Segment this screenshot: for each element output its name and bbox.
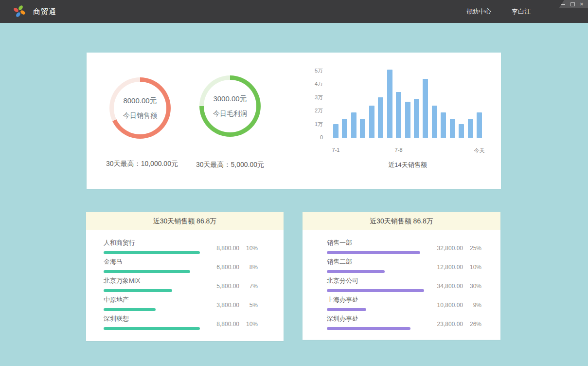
rank-bar-track — [104, 289, 202, 292]
close-icon[interactable]: ✕ — [579, 2, 584, 7]
rank-percent: 5% — [239, 302, 258, 309]
customer-sales-rank-card: 近30天销售额 86.8万 人和商贸行8,800.0010%金海马6,800.0… — [86, 212, 284, 341]
rank-row: 人和商贸行8,800.0010% — [104, 237, 258, 253]
rank-bar — [104, 270, 190, 273]
sales-bar — [369, 106, 374, 138]
rank-row: 销售二部12,800.0010% — [327, 256, 481, 272]
sales-bar — [333, 124, 339, 138]
rank-bar-track — [104, 308, 202, 311]
department-rank-title: 近30天销售额 86.8万 — [303, 212, 500, 230]
customer-rank-list: 人和商贸行8,800.0010%金海马6,800.008%北京万象MIX5,80… — [86, 230, 284, 329]
rank-amount: 5,800.00 — [204, 283, 239, 290]
rank-percent: 26% — [463, 321, 481, 328]
today-sales-value: 8000.00元 — [123, 96, 157, 106]
rank-bar — [104, 308, 156, 311]
sales-bar — [477, 112, 482, 138]
rank-amount: 10,800.00 — [428, 302, 463, 309]
sales-bars — [333, 53, 482, 138]
y-axis-tick: 5万 — [299, 67, 323, 74]
today-profit-label: 今日毛利润 — [213, 110, 247, 118]
department-sales-rank-card: 近30天销售额 86.8万 销售一部32,800.0025%销售二部12,800… — [303, 212, 500, 340]
rank-amount: 6,800.00 — [204, 264, 239, 271]
rank-bar — [327, 270, 385, 273]
rank-percent: 9% — [463, 302, 481, 309]
sales-bar — [450, 119, 455, 138]
rank-row: 中原地产3,800.005% — [104, 294, 258, 310]
rank-percent: 30% — [463, 283, 481, 290]
department-rank-list: 销售一部32,800.0025%销售二部12,800.0010%北京分公司34,… — [303, 230, 500, 329]
rank-row: 销售一部32,800.0025% — [327, 237, 481, 253]
rank-bar-track — [327, 289, 425, 292]
rank-bar — [104, 251, 200, 254]
rank-percent: 10% — [463, 264, 481, 271]
rank-bar-track — [104, 270, 202, 273]
app-logo-pinwheel-icon — [13, 4, 26, 18]
window-controls: ✕ — [559, 0, 588, 8]
overview-card: 8000.00元 今日销售额 30天最高：10,000.00元 3000.00元… — [87, 53, 501, 189]
x-axis-label: 今天 — [465, 147, 494, 154]
today-profit-value: 3000.00元 — [213, 94, 247, 104]
rank-bar-track — [327, 308, 425, 311]
rank-percent: 10% — [239, 321, 258, 328]
sales-bar — [468, 119, 473, 138]
rank-row: 深圳联想8,800.0010% — [104, 313, 258, 329]
rank-amount: 8,800.00 — [204, 321, 239, 328]
rank-row-value: 12,800.0010% — [428, 264, 481, 271]
rank-row-value: 10,800.009% — [428, 302, 481, 309]
rank-bar-track — [327, 251, 425, 254]
x-axis-label: 7-1 — [321, 147, 351, 153]
sales-bar — [414, 99, 419, 138]
maximize-icon[interactable] — [570, 2, 575, 7]
rank-percent: 7% — [239, 283, 258, 290]
sales-bar — [342, 119, 347, 138]
rank-row-value: 32,800.0025% — [428, 245, 481, 252]
sales-bar — [396, 92, 401, 138]
sales-bar — [459, 124, 464, 138]
rank-percent: 8% — [239, 264, 258, 271]
rank-amount: 12,800.00 — [428, 264, 463, 271]
customer-rank-title: 近30天销售额 86.8万 — [86, 212, 284, 230]
sales-bar — [378, 97, 383, 138]
rank-row-value: 5,800.007% — [204, 283, 258, 290]
y-axis-tick: 0 — [299, 134, 323, 141]
rank-bar-track — [327, 270, 425, 273]
rank-row: 北京分公司34,800.0030% — [327, 275, 481, 291]
rank-amount: 23,800.00 — [428, 321, 463, 328]
y-axis-tick: 2万 — [299, 107, 323, 114]
help-center-link[interactable]: 帮助中心 — [466, 7, 491, 16]
rank-bar — [327, 251, 420, 254]
rank-row-value: 8,800.0010% — [204, 321, 258, 328]
rank-row-value: 6,800.008% — [204, 264, 258, 271]
y-axis-tick: 1万 — [299, 121, 323, 128]
rank-bar — [104, 327, 200, 330]
sales-bar — [432, 106, 437, 138]
sales-bar — [360, 119, 365, 138]
rank-bar — [104, 289, 172, 292]
x-axis-label: 7-8 — [384, 147, 413, 153]
today-profit-30day-max: 30天最高：5,000.00元 — [177, 161, 284, 169]
rank-bar-track — [327, 327, 425, 330]
y-axis-tick: 3万 — [299, 94, 323, 101]
title-bar: 商贸通 帮助中心 李白江 ✕ — [0, 0, 588, 23]
rank-percent: 25% — [463, 245, 481, 252]
rank-row: 深圳办事处23,800.0026% — [327, 313, 481, 329]
rank-bar — [327, 308, 366, 311]
rank-row-value: 3,800.005% — [204, 302, 258, 309]
rank-row-value: 8,800.0010% — [204, 245, 258, 252]
rank-row: 金海马6,800.008% — [104, 256, 258, 272]
rank-bar-track — [104, 327, 202, 330]
sales-bar — [351, 112, 356, 138]
user-menu[interactable]: 李白江 — [512, 7, 531, 16]
rank-amount: 8,800.00 — [204, 245, 239, 252]
rank-amount: 32,800.00 — [428, 245, 463, 252]
sales-bar — [423, 79, 428, 138]
today-sales-label: 今日销售额 — [123, 111, 157, 120]
rank-amount: 34,800.00 — [428, 283, 463, 290]
rank-row-value: 34,800.0030% — [428, 283, 481, 290]
sales-bar — [441, 112, 446, 138]
rank-percent: 10% — [239, 245, 258, 252]
minimize-icon[interactable] — [561, 2, 566, 7]
y-axis-tick: 4万 — [299, 80, 323, 87]
rank-row-value: 23,800.0026% — [428, 321, 481, 328]
rank-bar — [327, 327, 410, 330]
